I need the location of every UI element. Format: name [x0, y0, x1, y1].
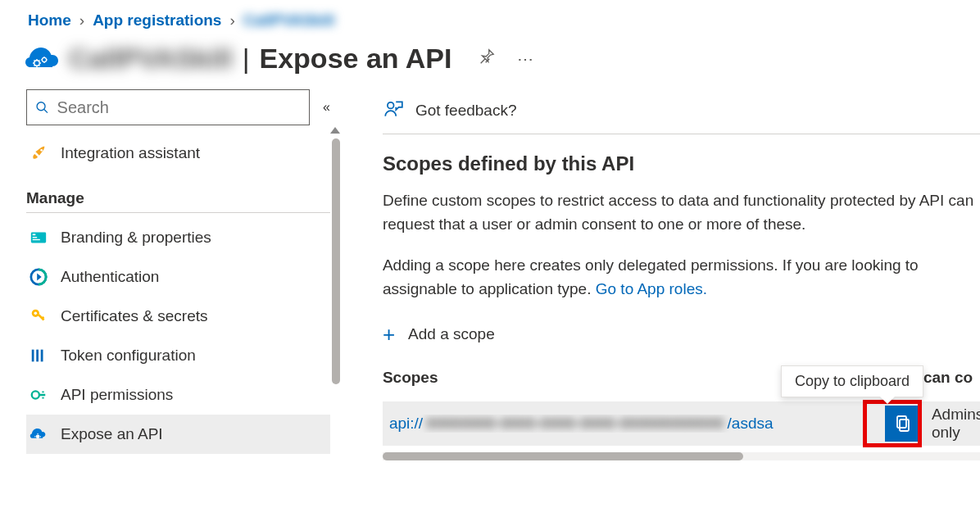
scope-row[interactable]: api:// 00000000-0000-0000-0000-000000000… [383, 401, 980, 446]
uri-guid: 00000000-0000-0000-0000-000000000000 [426, 415, 724, 433]
nav-expose-api[interactable]: Expose an API [26, 415, 330, 454]
svg-point-16 [40, 149, 43, 152]
scope-uri-link[interactable]: api:// 00000000-0000-0000-0000-000000000… [383, 415, 874, 433]
consent-value: Admins only [932, 406, 980, 442]
plus-icon: + [383, 324, 395, 345]
nav-label: Authentication [61, 268, 159, 286]
rocket-icon [29, 144, 48, 162]
nav-branding[interactable]: Branding & properties [26, 218, 330, 257]
search-input-wrapper[interactable] [26, 89, 310, 125]
svg-point-31 [36, 434, 40, 438]
nav-label: Certificates & secrets [61, 307, 208, 325]
token-icon [29, 347, 48, 365]
svg-point-30 [32, 391, 39, 398]
svg-rect-29 [41, 350, 43, 362]
collapse-sidebar-icon[interactable]: « [323, 100, 330, 115]
divider [26, 212, 330, 213]
app-roles-link[interactable]: Go to App roles. [596, 280, 707, 297]
copy-icon [893, 414, 913, 433]
page-title: Expose an API [260, 43, 452, 75]
breadcrumb: Home › App registrations › CallPVASkill [0, 0, 980, 36]
divider [383, 134, 980, 134]
scopes-description-2: Adding a scope here creates only delegat… [383, 253, 980, 302]
scroll-up-arrow-icon[interactable] [330, 127, 340, 134]
nav-api-permissions[interactable]: API permissions [26, 375, 330, 415]
svg-rect-18 [33, 237, 38, 238]
svg-rect-20 [33, 234, 36, 235]
scrollbar-thumb[interactable] [332, 138, 340, 384]
scrollbar-thumb[interactable] [383, 452, 743, 460]
title-separator: | [239, 43, 253, 75]
svg-point-32 [388, 102, 394, 108]
nav-integration-assistant[interactable]: Integration assistant [26, 134, 330, 173]
scopes-section-title: Scopes defined by this API [383, 152, 980, 175]
copy-to-clipboard-button[interactable] [885, 406, 921, 442]
svg-rect-19 [33, 239, 40, 240]
svg-point-24 [34, 312, 38, 315]
svg-rect-28 [36, 350, 39, 362]
nav-label: Branding & properties [61, 229, 211, 247]
scopes-description-1: Define custom scopes to restrict access … [383, 188, 980, 237]
nav-label: Expose an API [61, 425, 163, 443]
branding-icon [29, 229, 48, 247]
copy-tooltip: Copy to clipboard [781, 365, 923, 397]
add-scope-button[interactable]: + Add a scope [383, 318, 980, 351]
chevron-right-icon: › [229, 11, 234, 29]
svg-line-8 [34, 65, 35, 66]
nav-label: API permissions [61, 386, 173, 404]
api-permissions-icon [29, 386, 48, 404]
feedback-button[interactable]: Got feedback? [383, 94, 980, 127]
sidebar-scrollbar[interactable] [332, 138, 340, 499]
breadcrumb-current[interactable]: CallPVASkill [243, 11, 335, 29]
add-scope-label: Add a scope [408, 325, 495, 343]
key-icon [29, 307, 48, 325]
more-icon[interactable]: ⋯ [517, 49, 533, 69]
cloud-gear-icon [25, 47, 57, 71]
pin-icon[interactable] [478, 48, 501, 70]
main-content: Got feedback? Scopes defined by this API… [347, 89, 980, 460]
search-input[interactable] [56, 98, 301, 118]
svg-line-6 [39, 65, 40, 66]
svg-rect-27 [32, 350, 34, 362]
manage-heading: Manage [26, 189, 330, 207]
expose-api-icon [29, 425, 48, 443]
svg-rect-34 [897, 416, 906, 428]
svg-line-15 [44, 109, 48, 112]
feedback-label: Got feedback? [415, 102, 517, 120]
horizontal-scrollbar[interactable] [383, 452, 980, 460]
nav-label: Token configuration [61, 347, 196, 365]
breadcrumb-app-registrations[interactable]: App registrations [93, 11, 221, 29]
nav-token-config[interactable]: Token configuration [26, 336, 330, 375]
authentication-icon [29, 268, 48, 286]
search-icon [35, 100, 49, 115]
uri-suffix: /asdsa [728, 415, 774, 433]
header-app-name: CallPVASkill [69, 43, 233, 75]
svg-rect-33 [900, 419, 909, 431]
sidebar: « Integration assistant Manage Branding … [0, 89, 347, 460]
col-header-who-consent: can co [923, 369, 980, 387]
feedback-icon [383, 98, 404, 124]
breadcrumb-home[interactable]: Home [28, 11, 71, 29]
nav-certificates[interactable]: Certificates & secrets [26, 297, 330, 336]
svg-line-5 [34, 60, 35, 61]
uri-prefix: api:// [389, 415, 423, 433]
nav-label: Integration assistant [61, 144, 200, 162]
page-header: CallPVASkill | Expose an API [0, 36, 980, 89]
svg-marker-22 [37, 273, 42, 280]
chevron-right-icon: › [79, 11, 84, 29]
svg-point-14 [37, 102, 45, 111]
nav-authentication[interactable]: Authentication [26, 257, 330, 297]
svg-line-7 [39, 60, 40, 61]
